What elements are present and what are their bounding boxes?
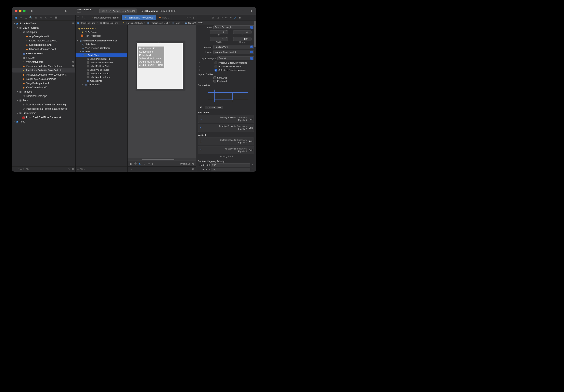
live-preview-icon[interactable]: ⓘ — [134, 162, 137, 165]
tree-item[interactable]: 🧰Pods_BasicRealTime.framework — [12, 115, 75, 119]
tree-item[interactable]: ▦Assets.xcassets — [12, 51, 75, 56]
add-tab-button[interactable]: ＋ — [240, 9, 246, 13]
adjust-editor-icon[interactable]: ≡ — [189, 16, 191, 19]
tree-item[interactable]: ▾▣Frameworks — [12, 111, 75, 115]
find-navigator-tab[interactable]: 🔍 — [29, 16, 33, 19]
connections-inspector-tab[interactable]: ◉ — [239, 16, 241, 19]
pods-root[interactable]: ▸▣ Pods — [12, 119, 75, 124]
zoom-window[interactable] — [23, 10, 26, 12]
hug-v-stepper[interactable]: ⌃ — [252, 168, 254, 171]
tree-item[interactable]: ✕LaunchScreen.storyboard — [12, 38, 75, 43]
refresh-icon[interactable]: ↺ — [186, 16, 188, 19]
tree-item[interactable]: ▾▣Products — [12, 90, 75, 94]
guide-keyboard-checkbox[interactable] — [213, 80, 216, 83]
symbol-navigator-tab[interactable]: ⎇ — [24, 16, 28, 19]
breakpoint-navigator-tab[interactable]: ▭ — [49, 16, 54, 19]
follow-checkbox[interactable] — [214, 65, 217, 68]
outline-label-item[interactable]: L Label Publish State — [76, 64, 127, 68]
margins-select[interactable]: Default — [217, 56, 254, 60]
tree-item[interactable]: ✕ParticipantCollectionViewCell.xib — [12, 68, 75, 72]
right-sidebar-toggle[interactable]: ◨ — [248, 10, 254, 12]
project-root[interactable]: ▾▣ BasicRealTime M — [12, 21, 75, 26]
safearea-checkbox[interactable] — [214, 69, 217, 71]
y-stepper[interactable]: 4 — [233, 30, 252, 34]
file-inspector-tab[interactable]: 🗎 — [212, 16, 214, 19]
x-stepper[interactable]: 4 — [210, 30, 228, 34]
tree-item[interactable]: ▾▣Pods — [12, 98, 75, 102]
stack-view-item[interactable]: ▾⊟ Stack View — [76, 53, 127, 57]
canvas-scrollbar[interactable] — [127, 158, 196, 161]
edit-constraint-3[interactable]: Edit — [249, 149, 253, 151]
tree-item[interactable]: ◆UIView+Extensions.swift — [12, 47, 75, 51]
report-navigator-tab[interactable]: ☰ — [54, 16, 58, 19]
width-stepper[interactable]: 128 — [210, 37, 228, 41]
outline-label-item[interactable]: L Label Audio Volume — [76, 75, 127, 79]
help-inspector-tab[interactable]: ? — [221, 16, 223, 19]
orientation-icon[interactable]: ⎌ — [144, 162, 145, 165]
inspector-scrollbar[interactable] — [254, 21, 255, 171]
device-phone-icon[interactable]: ▭ — [147, 162, 150, 165]
outline-toggle-icon[interactable]: ◧ — [130, 162, 132, 165]
tree-item[interactable]: ◆AppDelegate.swift — [12, 34, 75, 38]
preserve-checkbox[interactable] — [214, 62, 217, 64]
tree-item[interactable]: ◆SceneDelegate.swift — [12, 43, 75, 47]
add-margin-2[interactable]: + — [198, 65, 201, 68]
arrange-select[interactable]: Position View — [213, 45, 254, 49]
source-control-tab[interactable]: ▭ — [18, 16, 23, 19]
forward-button[interactable]: 〉 — [84, 16, 87, 19]
sidebar-toggle-icon[interactable]: ◧ — [29, 10, 35, 12]
close-window[interactable] — [15, 10, 17, 12]
outline-label-item[interactable]: L Label Video Muted — [76, 68, 127, 72]
size-inspector-tab[interactable]: ▷ — [234, 16, 236, 19]
tree-item[interactable]: ▤Info.plist — [12, 56, 75, 60]
guide-safearea-checkbox[interactable] — [213, 76, 216, 79]
cell-frame[interactable]: × • • • Participant ID Subscribing Publi… — [136, 41, 185, 91]
scm-filter-icon[interactable]: ▦ — [71, 168, 74, 171]
tree-item[interactable]: ◆StageParticipant.swift — [12, 81, 75, 85]
filter-scope-icon[interactable]: ⌥≡ — [18, 168, 24, 170]
files-owner[interactable]: ◈File's Owner — [76, 30, 127, 34]
tree-item[interactable]: ✕Main.storyboardM — [12, 60, 75, 64]
edit-constraint-2[interactable]: Edit — [249, 140, 253, 143]
project-navigator-tab[interactable]: ▤ — [14, 16, 18, 19]
cell-header[interactable]: ▾▦ Participant Collection View Cell — [76, 39, 127, 42]
test-navigator-tab[interactable]: ◇ — [39, 16, 43, 19]
back-button[interactable]: 〈 — [81, 16, 83, 19]
jump-bar[interactable]: ▣ BasicRealTime〉 ▣ BasicRealTime〉 ✕ Part… — [76, 21, 196, 25]
appearance-icon[interactable]: ◐ — [139, 162, 141, 165]
attributes-inspector-tab[interactable]: ≡ — [230, 16, 232, 19]
add-margin-1[interactable]: + — [198, 61, 201, 64]
edit-constraint-0[interactable]: Edit — [249, 118, 253, 120]
tree-item[interactable]: ◆ViewController.swift — [12, 85, 75, 90]
minimize-window[interactable] — [19, 10, 22, 12]
editor-tab-1[interactable]: ✕ Participant...ViewCell.xib — [122, 15, 156, 20]
height-stepper[interactable]: 102 — [233, 37, 252, 41]
device-pad-icon[interactable]: ▯ — [152, 162, 154, 165]
show-select[interactable]: Frame Rectangle — [213, 25, 254, 29]
hug-v-value[interactable]: 250 — [211, 168, 250, 171]
add-margin-3[interactable]: + — [198, 69, 201, 71]
preview-container-item[interactable]: ▭View Preview Container — [76, 46, 127, 50]
tree-item[interactable]: ▾▣BasicRealTime — [12, 26, 75, 30]
tree-item[interactable]: ▾▣Boilerplate — [12, 30, 75, 34]
navigator-filter-input[interactable] — [25, 168, 66, 170]
scheme-selector[interactable]: A 〉 🛠 Any iOS D...e (arm64) — [99, 9, 137, 14]
ib-canvas[interactable]: × • • • Participant ID Subscribing Publi… — [127, 25, 196, 158]
constraint-top[interactable]: ⤒ Top Space to: SuperviewEquals: 4 Edit — [198, 146, 254, 154]
edit-constraint-1[interactable]: Edit — [249, 126, 253, 129]
run-button[interactable]: ▶ — [63, 9, 69, 13]
tree-item[interactable]: ⚙Pods-BasicRealTime.debug.xcconfig — [12, 102, 75, 107]
stack-overlay[interactable]: Participant ID Subscribing Published Vid… — [138, 46, 164, 68]
debug-navigator-tab[interactable]: ⎋ — [44, 16, 48, 19]
hug-h-value[interactable]: 250 — [211, 163, 250, 167]
tree-item[interactable]: ◆ParticipantCollectionViewLayout.swift — [12, 72, 75, 77]
tree-item[interactable]: ◆StageLayoutCalculator.swift — [12, 77, 75, 81]
tree-item[interactable]: ⚙Pods-BasicRealTime.release.xcconfig — [12, 107, 75, 111]
issue-navigator-tab[interactable]: ⚠ — [34, 16, 38, 19]
outline-label-item[interactable]: L Label Participant Id — [76, 57, 127, 61]
safe-area-item[interactable]: ▢Safe Area — [76, 42, 127, 46]
debug-toggle-icon[interactable]: ▣ — [192, 168, 194, 171]
tree-item[interactable]: ▢BasicRealTime.app — [12, 94, 75, 98]
constraints-all[interactable]: All — [198, 106, 204, 109]
constraint-leading[interactable]: ⇤ Leading Space to: SuperviewEquals: 4 E… — [198, 124, 254, 132]
